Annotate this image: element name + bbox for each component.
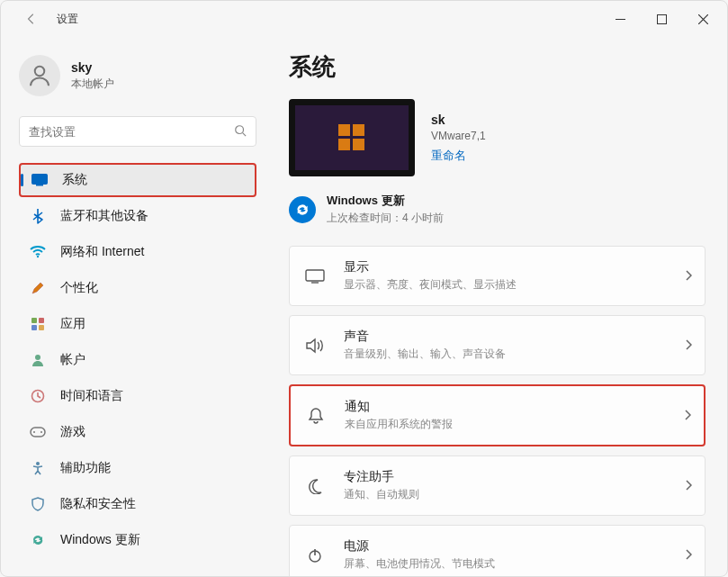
card-title: 专注助手 <box>344 469 685 485</box>
nav-label: Windows 更新 <box>60 532 140 548</box>
wifi-icon <box>28 242 48 262</box>
settings-card-list: 显示显示器、亮度、夜间模式、显示描述 声音音量级别、输出、输入、声音设备 通知来… <box>289 246 706 576</box>
avatar <box>19 55 60 96</box>
nav-accessibility[interactable]: 辅助功能 <box>19 451 256 485</box>
card-title: 声音 <box>344 329 685 345</box>
card-sub: 屏幕、电池使用情况、节电模式 <box>344 556 685 572</box>
windows-update-block[interactable]: Windows 更新 上次检查时间：4 小时前 <box>289 193 706 226</box>
nav-label: 帐户 <box>60 352 85 368</box>
user-name: sky <box>71 60 114 75</box>
minimize-button[interactable] <box>599 5 641 32</box>
pc-model: VMware7,1 <box>431 130 486 142</box>
chevron-right-icon <box>685 479 692 493</box>
nav-bluetooth[interactable]: 蓝牙和其他设备 <box>19 199 256 233</box>
update-title: Windows 更新 <box>327 193 444 209</box>
card-focus-assist[interactable]: 专注助手通知、自动规则 <box>289 455 706 516</box>
nav-label: 辅助功能 <box>60 460 111 476</box>
nav-network[interactable]: 网络和 Internet <box>19 235 256 269</box>
nav-accounts[interactable]: 帐户 <box>19 343 256 377</box>
svg-line-4 <box>243 132 247 136</box>
search-input[interactable] <box>29 125 234 139</box>
svg-point-2 <box>35 67 45 77</box>
maximize-button[interactable] <box>641 5 682 32</box>
apps-icon <box>28 314 48 334</box>
nav-label: 个性化 <box>60 280 98 296</box>
nav-label: 网络和 Internet <box>60 244 144 260</box>
accessibility-icon <box>28 458 48 478</box>
card-power[interactable]: 电源屏幕、电池使用情况、节电模式 <box>289 525 706 576</box>
user-profile[interactable]: sky 本地帐户 <box>19 55 256 96</box>
moon-icon <box>302 473 328 499</box>
desktop-thumbnail <box>289 99 415 176</box>
card-sub: 显示器、亮度、夜间模式、显示描述 <box>344 277 685 293</box>
search-icon <box>234 124 247 140</box>
window-title: 设置 <box>57 12 78 27</box>
svg-point-17 <box>36 462 40 465</box>
display-icon <box>302 264 328 289</box>
nav-list: 系统 蓝牙和其他设备 网络和 Internet 个性化 应用 帐户 <box>19 163 256 557</box>
chevron-right-icon <box>685 269 692 284</box>
card-sub: 音量级别、输出、输入、声音设备 <box>344 347 685 362</box>
user-icon <box>28 350 48 370</box>
nav-label: 系统 <box>62 172 87 188</box>
bell-icon <box>303 403 328 428</box>
content: 系统 sk VMware7,1 重命名 Windows 更新 <box>271 37 727 576</box>
nav-gaming[interactable]: 游戏 <box>19 415 256 449</box>
card-sound[interactable]: 声音音量级别、输出、输入、声音设备 <box>289 315 706 375</box>
nav-windows-update[interactable]: Windows 更新 <box>19 523 256 557</box>
windows-logo-icon <box>338 124 365 151</box>
nav-label: 隐私和安全性 <box>60 496 136 512</box>
chevron-right-icon <box>684 409 691 423</box>
sidebar: sky 本地帐户 系统 蓝牙和其他设备 网络和 Internet <box>1 37 271 576</box>
card-notifications[interactable]: 通知来自应用和系统的警报 <box>289 384 706 446</box>
svg-point-15 <box>33 431 35 433</box>
svg-point-12 <box>35 355 40 360</box>
system-icon <box>30 170 49 190</box>
clock-icon <box>28 386 48 406</box>
update-sub: 上次检查时间：4 小时前 <box>327 211 444 226</box>
update-icon <box>28 530 48 550</box>
svg-rect-14 <box>31 428 45 437</box>
sound-icon <box>302 333 328 358</box>
svg-rect-8 <box>31 318 37 323</box>
pc-name: sk <box>431 113 486 127</box>
card-sub: 通知、自动规则 <box>344 487 685 502</box>
svg-point-3 <box>236 125 244 133</box>
shield-icon <box>28 494 48 514</box>
svg-rect-18 <box>306 270 324 281</box>
nav-privacy[interactable]: 隐私和安全性 <box>19 487 256 521</box>
chevron-right-icon <box>685 548 692 563</box>
back-button[interactable] <box>19 6 44 32</box>
page-title: 系统 <box>289 51 706 83</box>
power-icon <box>302 543 328 568</box>
titlebar: 设置 <box>1 1 727 37</box>
bluetooth-icon <box>28 206 48 226</box>
nav-time-language[interactable]: 时间和语言 <box>19 379 256 413</box>
svg-point-16 <box>40 431 42 433</box>
close-button[interactable] <box>682 5 724 32</box>
svg-rect-1 <box>657 14 666 23</box>
nav-label: 时间和语言 <box>60 388 123 404</box>
svg-rect-10 <box>31 325 37 330</box>
nav-label: 蓝牙和其他设备 <box>60 208 148 224</box>
nav-apps[interactable]: 应用 <box>19 307 256 341</box>
svg-rect-6 <box>36 185 43 186</box>
gamepad-icon <box>28 422 48 442</box>
card-title: 电源 <box>344 538 685 554</box>
card-sub: 来自应用和系统的警报 <box>345 417 684 432</box>
card-display[interactable]: 显示显示器、亮度、夜间模式、显示描述 <box>289 246 706 306</box>
chevron-right-icon <box>685 338 692 353</box>
card-title: 显示 <box>344 259 685 275</box>
nav-label: 应用 <box>60 316 85 332</box>
brush-icon <box>28 278 48 298</box>
rename-link[interactable]: 重命名 <box>431 148 466 164</box>
nav-personalization[interactable]: 个性化 <box>19 271 256 305</box>
search-input-wrap[interactable] <box>19 116 256 147</box>
svg-rect-9 <box>39 318 44 323</box>
update-circle-icon <box>289 196 316 223</box>
svg-rect-5 <box>32 175 48 185</box>
svg-point-7 <box>37 256 39 257</box>
nav-label: 游戏 <box>60 424 85 440</box>
pc-info-block: sk VMware7,1 重命名 <box>289 99 706 176</box>
nav-system[interactable]: 系统 <box>19 163 256 197</box>
